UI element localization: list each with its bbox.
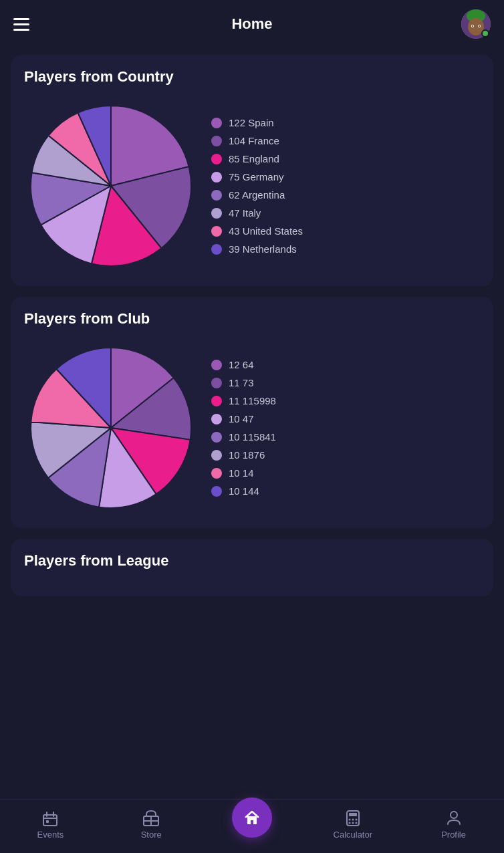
- legend-item: 10 47: [211, 413, 480, 424]
- country-chart-area: 122 Spain104 France85 England75 Germany6…: [24, 99, 480, 273]
- nav-events-label: Events: [37, 830, 64, 840]
- legend-label: 122 Spain: [229, 117, 274, 128]
- svg-point-22: [355, 822, 357, 824]
- page-title: Home: [231, 15, 272, 33]
- legend-item: 39 Netherlands: [211, 243, 480, 255]
- legend-label: 39 Netherlands: [229, 243, 297, 255]
- legend-dot: [211, 396, 222, 406]
- legend-label: 10 1876: [229, 449, 265, 461]
- league-card: Players from League: [11, 539, 493, 596]
- club-card: Players from Club 12 6411 7311 11599810 …: [11, 297, 493, 528]
- legend-dot: [211, 136, 222, 146]
- svg-point-19: [355, 819, 357, 821]
- legend-dot: [211, 414, 222, 424]
- svg-rect-7: [43, 815, 57, 826]
- avatar-container[interactable]: [461, 9, 491, 39]
- legend-item: 75 Germany: [211, 171, 480, 182]
- legend-label: 47 Italy: [229, 207, 261, 219]
- legend-dot: [211, 172, 222, 182]
- country-pie: [24, 99, 198, 273]
- legend-item: 43 United States: [211, 225, 480, 237]
- legend-label: 104 France: [229, 135, 279, 146]
- home-icon: [243, 808, 261, 827]
- country-legend: 122 Spain104 France85 England75 Germany6…: [211, 117, 480, 255]
- svg-point-6: [479, 25, 480, 27]
- club-pie: [24, 341, 198, 515]
- legend-dot: [211, 468, 222, 479]
- bottom-nav: Events Store Calculator: [0, 800, 504, 853]
- svg-rect-16: [349, 813, 357, 816]
- legend-dot: [211, 432, 222, 443]
- svg-point-20: [348, 822, 350, 824]
- svg-point-17: [348, 819, 350, 821]
- events-icon: [41, 808, 59, 827]
- legend-label: 12 64: [229, 359, 254, 370]
- svg-point-18: [352, 819, 354, 821]
- legend-item: 62 Argentina: [211, 189, 480, 201]
- legend-label: 10 14: [229, 467, 254, 479]
- club-card-title: Players from Club: [24, 310, 480, 328]
- nav-profile[interactable]: Profile: [434, 808, 474, 840]
- legend-item: 10 115841: [211, 431, 480, 443]
- legend-label: 43 United States: [229, 225, 303, 237]
- store-icon: [142, 808, 160, 827]
- nav-store[interactable]: Store: [131, 808, 171, 840]
- nav-profile-label: Profile: [441, 830, 466, 840]
- legend-item: 47 Italy: [211, 207, 480, 219]
- calculator-icon: [344, 808, 362, 827]
- legend-item: 10 144: [211, 485, 480, 497]
- legend-item: 122 Spain: [211, 117, 480, 128]
- profile-icon: [445, 808, 463, 827]
- legend-item: 10 1876: [211, 449, 480, 461]
- legend-label: 62 Argentina: [229, 189, 285, 201]
- nav-events[interactable]: Events: [30, 808, 70, 840]
- legend-label: 10 47: [229, 413, 254, 424]
- country-card: Players from Country 122 Spain104 France…: [11, 55, 493, 286]
- league-card-title: Players from League: [24, 552, 480, 570]
- legend-dot: [211, 450, 222, 461]
- svg-point-21: [352, 822, 354, 824]
- nav-home-button[interactable]: [232, 798, 272, 838]
- legend-item: 10 14: [211, 467, 480, 479]
- legend-dot: [211, 486, 222, 497]
- legend-item: 104 France: [211, 135, 480, 146]
- nav-calculator-label: Calculator: [334, 830, 373, 840]
- legend-item: 12 64: [211, 359, 480, 370]
- svg-point-5: [472, 25, 473, 27]
- nav-calculator[interactable]: Calculator: [333, 808, 373, 840]
- legend-dot: [211, 154, 222, 164]
- legend-dot: [211, 360, 222, 370]
- club-chart-area: 12 6411 7311 11599810 4710 11584110 1876…: [24, 341, 480, 515]
- legend-dot: [211, 190, 222, 201]
- legend-item: 85 England: [211, 153, 480, 164]
- legend-label: 10 144: [229, 485, 259, 497]
- svg-point-23: [451, 812, 457, 818]
- avatar-online-badge: [481, 29, 489, 37]
- legend-label: 11 73: [229, 377, 254, 388]
- club-legend: 12 6411 7311 11599810 4710 11584110 1876…: [211, 359, 480, 497]
- header: Home: [0, 0, 504, 48]
- legend-dot: [211, 226, 222, 237]
- country-card-title: Players from Country: [24, 68, 480, 86]
- menu-button[interactable]: [13, 18, 29, 31]
- legend-dot: [211, 118, 222, 128]
- legend-label: 85 England: [229, 153, 279, 164]
- legend-dot: [211, 378, 222, 388]
- legend-label: 10 115841: [229, 431, 276, 443]
- nav-store-label: Store: [141, 830, 162, 840]
- main-content: Players from Country 122 Spain104 France…: [0, 48, 504, 674]
- legend-item: 11 73: [211, 377, 480, 388]
- legend-label: 75 Germany: [229, 171, 284, 182]
- svg-rect-11: [46, 820, 49, 823]
- legend-item: 11 115998: [211, 395, 480, 406]
- legend-label: 11 115998: [229, 395, 276, 406]
- legend-dot: [211, 208, 222, 219]
- legend-dot: [211, 244, 222, 255]
